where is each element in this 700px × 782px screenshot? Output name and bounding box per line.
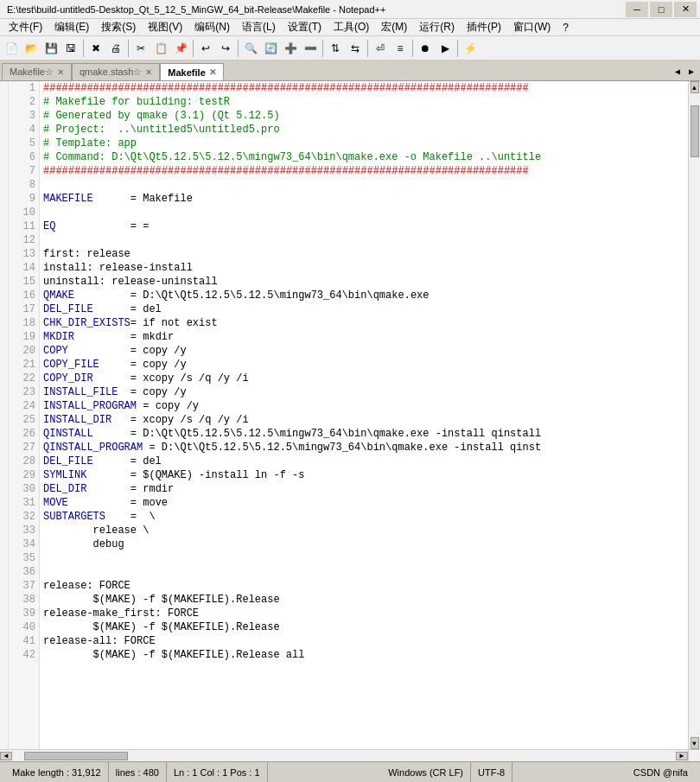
code-line: QINSTALL_PROGRAM = D:\Qt\Qt5.12.5\5.12.5… [43, 441, 684, 455]
code-line: INSTALL_DIR = xcopy /s /q /y /i [43, 413, 684, 427]
print-button[interactable]: 🖨 [106, 39, 125, 58]
line-number: 28 [12, 455, 35, 468]
status-length: Make length : 31,912 [5, 762, 109, 782]
line-number: 37 [12, 579, 35, 593]
tab-label-2: qmake.stash☆ [80, 67, 142, 78]
menu-help[interactable]: ? [557, 21, 574, 35]
menu-tools[interactable]: 工具(O) [328, 19, 374, 35]
line-number: 27 [12, 441, 35, 455]
line-number: 39 [12, 607, 35, 620]
macro-record[interactable]: ⏺ [416, 39, 435, 58]
wrap-btn[interactable]: ⏎ [371, 39, 390, 58]
sync-scroll-h[interactable]: ⇆ [346, 39, 365, 58]
code-line: QMAKE = D:\Qt\Qt5.12.5\5.12.5\mingw73_64… [43, 289, 684, 302]
run-button[interactable]: ⚡ [461, 39, 480, 58]
line-number: 16 [12, 289, 35, 302]
open-button[interactable]: 📂 [22, 39, 41, 58]
line-number: 11 [12, 219, 35, 233]
line-number: 3 [12, 109, 35, 123]
code-line: DEL_DIR = rmdir [43, 482, 684, 496]
toolbar-sep-8 [457, 40, 458, 57]
line-number: 29 [12, 468, 35, 482]
line-number: 31 [12, 496, 35, 510]
scrollbar-thumb[interactable] [690, 105, 699, 157]
zoom-in-button[interactable]: ➕ [281, 39, 300, 58]
menu-settings[interactable]: 设置(T) [283, 19, 327, 35]
line-number: 4 [12, 123, 35, 137]
cut-button[interactable]: ✂ [131, 39, 150, 58]
tab-qmakestash[interactable]: qmake.stash☆ ✕ [72, 63, 160, 80]
zoom-out-button[interactable]: ➖ [301, 39, 320, 58]
save-button[interactable]: 💾 [41, 39, 60, 58]
line-number: 33 [12, 524, 35, 537]
undo-button[interactable]: ↩ [196, 39, 215, 58]
line-number: 5 [12, 137, 35, 150]
paste-button[interactable]: 📌 [171, 39, 190, 58]
hscroll-thumb[interactable] [24, 752, 128, 760]
close-button[interactable]: ✕ [674, 2, 697, 17]
code-line: INSTALL_PROGRAM = copy /y [43, 399, 684, 413]
menu-language[interactable]: 语言(L) [237, 19, 281, 35]
line-number: 8 [12, 178, 35, 192]
menu-plugins[interactable]: 插件(P) [461, 19, 506, 35]
code-line: # Makefile for building: testR [43, 95, 684, 109]
toolbar-sep-3 [193, 40, 194, 57]
line-number: 2 [12, 95, 35, 109]
close-button-tb[interactable]: ✖ [86, 39, 105, 58]
tab-bar: Makefile☆ ✕ qmake.stash☆ ✕ Makefile ✕ ◀ … [0, 60, 700, 81]
vertical-scrollbar[interactable]: ▲ ▼ [688, 81, 700, 749]
menu-run[interactable]: 运行(R) [414, 19, 460, 35]
sync-scroll-v[interactable]: ⇅ [326, 39, 345, 58]
tab-scroll-right[interactable]: ▶ [684, 63, 698, 80]
tab-makefile1[interactable]: Makefile☆ ✕ [2, 63, 72, 80]
title-bar: E:\test\build-untitled5-Desktop_Qt_5_12_… [0, 0, 700, 19]
tab-close-2[interactable]: ✕ [145, 67, 152, 77]
toolbar-sep-6 [367, 40, 368, 57]
copy-button[interactable]: 📋 [151, 39, 170, 58]
code-line: EQ = = [43, 219, 684, 233]
code-line [43, 551, 684, 565]
new-button[interactable]: 📄 [2, 39, 21, 58]
menu-edit[interactable]: 编辑(E) [49, 19, 94, 35]
replace-button[interactable]: 🔄 [261, 39, 280, 58]
menu-window[interactable]: 窗口(W) [508, 19, 556, 35]
code-line: MKDIR = mkdir [43, 330, 684, 344]
tab-scroll-left[interactable]: ◀ [671, 63, 684, 80]
code-line: uninstall: release-uninstall [43, 275, 684, 289]
line-number: 9 [12, 192, 35, 206]
code-line: $(MAKE) -f $(MAKEFILE).Release [43, 620, 684, 634]
minimize-button[interactable]: ─ [626, 2, 648, 17]
redo-button[interactable]: ↪ [216, 39, 235, 58]
status-line-ending: Windows (CR LF) [381, 762, 471, 782]
line-number: 18 [12, 316, 35, 330]
menu-bar: 文件(F) 编辑(E) 搜索(S) 视图(V) 编码(N) 语言(L) 设置(T… [0, 19, 700, 36]
bottom-scroll-bar: ◀ ▶ [0, 749, 700, 761]
menu-encoding[interactable]: 编码(N) [189, 19, 235, 35]
toolbar: 📄 📂 💾 🖫 ✖ 🖨 ✂ 📋 📌 ↩ ↪ 🔍 🔄 ➕ ➖ ⇅ ⇆ ⏎ ≡ ⏺ … [0, 36, 700, 60]
code-line: release-all: FORCE [43, 634, 684, 648]
tab-label-1: Makefile☆ [10, 67, 54, 78]
menu-file[interactable]: 文件(F) [3, 19, 48, 35]
menu-view[interactable]: 视图(V) [143, 19, 188, 35]
menu-search[interactable]: 搜索(S) [96, 19, 141, 35]
line-number: 38 [12, 593, 35, 607]
tab-close-1[interactable]: ✕ [57, 67, 64, 77]
indent-btn[interactable]: ≡ [391, 39, 410, 58]
code-line [43, 206, 684, 219]
maximize-button[interactable]: □ [650, 2, 672, 17]
horizontal-scrollbar[interactable]: ◀ ▶ [0, 749, 688, 761]
macro-play[interactable]: ▶ [436, 39, 455, 58]
tab-close-3[interactable]: ✕ [209, 67, 216, 77]
find-button[interactable]: 🔍 [241, 39, 260, 58]
code-line [43, 178, 684, 192]
code-line: COPY = copy /y [43, 344, 684, 358]
code-line: # Template: app [43, 137, 684, 150]
scroll-corner [688, 749, 700, 761]
code-line [43, 565, 684, 579]
tab-makefile-active[interactable]: Makefile ✕ [160, 63, 223, 80]
line-number: 17 [12, 302, 35, 316]
code-content[interactable]: ########################################… [40, 81, 688, 749]
code-line: release: FORCE [43, 579, 684, 593]
save-all-button[interactable]: 🖫 [61, 39, 80, 58]
menu-macro[interactable]: 宏(M) [376, 19, 412, 35]
